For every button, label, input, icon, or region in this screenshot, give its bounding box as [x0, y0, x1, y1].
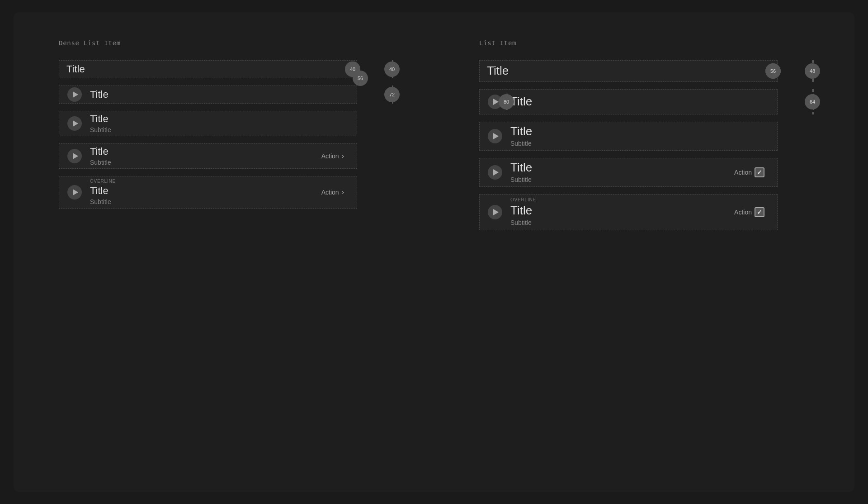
- normal-item-4: Title Subtitle Action: [479, 158, 809, 187]
- normal-item-2-icon-wrap: 80: [487, 94, 503, 110]
- dense-item-5-action-label: Action: [321, 189, 339, 196]
- height-badge: 72: [384, 87, 400, 102]
- dense-list-item-1[interactable]: Title56 40: [59, 60, 357, 78]
- dense-item-1-text: Title56 40: [66, 63, 349, 76]
- dense-item-2-text: Title: [90, 88, 349, 101]
- height-badge: 48: [805, 63, 820, 79]
- dense-item-5: Overline Title Subtitle Action ›: [59, 176, 389, 209]
- dense-item-3-icon-wrap: [66, 115, 83, 132]
- dense-item-4-subtitle: Subtitle: [90, 158, 321, 167]
- play-icon-3: [67, 149, 82, 163]
- normal-item-4-subtitle: Subtitle: [510, 176, 734, 185]
- dense-item-5-action[interactable]: Action ›: [321, 188, 344, 196]
- dense-item-3-text: Title Subtitle: [90, 113, 349, 134]
- dense-item-5-title: Title: [90, 185, 321, 198]
- checkbox-icon-2[interactable]: [755, 207, 764, 217]
- page-container: Dense List Item Title56 40 56 40 Title: [14, 12, 854, 492]
- play-icon-8: [488, 205, 502, 219]
- dense-item-3: Title Subtitle: [59, 111, 389, 136]
- normal-item-4-text: Title Subtitle: [510, 160, 734, 184]
- play-icon-4: [67, 185, 82, 200]
- normal-item-3-title: Title: [510, 124, 770, 139]
- dense-list-item-4[interactable]: Title Subtitle Action ›: [59, 143, 357, 169]
- normal-item-3: Title Subtitle: [479, 122, 809, 151]
- dense-item-2-title: Title: [90, 88, 349, 101]
- normal-item-4-title: Title: [510, 160, 734, 176]
- play-icon-2: [67, 116, 82, 131]
- normal-list-item-3[interactable]: Title Subtitle: [479, 122, 778, 151]
- normal-list-item-1[interactable]: Title64 56: [479, 60, 778, 82]
- normal-list-item-2[interactable]: 80 Title: [479, 89, 778, 114]
- play-icon: [67, 87, 82, 102]
- dense-column-label: Dense List Item: [59, 39, 389, 47]
- normal-item-3-subtitle: Subtitle: [510, 139, 770, 148]
- height-badge: 56: [765, 63, 781, 79]
- dense-item-2-icon-wrap: [66, 86, 83, 103]
- normal-item-4-action[interactable]: Action: [734, 167, 764, 177]
- normal-item-5-text: Overline Title Subtitle: [510, 197, 734, 227]
- dense-item-3-title: Title: [90, 113, 349, 126]
- dense-list-item-3[interactable]: Title Subtitle: [59, 111, 357, 136]
- dense-item-2: Title 72: [59, 86, 389, 104]
- normal-item-3-text: Title Subtitle: [510, 124, 770, 148]
- play-icon-6: [488, 129, 502, 143]
- dense-item-1-title: Title56: [66, 63, 349, 76]
- height-badge: 64: [805, 94, 820, 109]
- normal-item-2: 80 Title 64: [479, 89, 809, 114]
- normal-item-5: Overline Title Subtitle Action: [479, 194, 809, 230]
- dense-item-5-text: Overline Title Subtitle: [90, 178, 321, 206]
- dense-item-1: Title56 40 56 40: [59, 60, 389, 78]
- checkbox-icon[interactable]: [755, 167, 764, 177]
- dense-item-4-action[interactable]: Action ›: [321, 152, 344, 160]
- dense-item-5-overline: Overline: [90, 178, 321, 185]
- dense-list-item-5[interactable]: Overline Title Subtitle Action ›: [59, 176, 357, 209]
- height-badge: 80: [499, 94, 514, 109]
- normal-item-1: Title64 56 48: [479, 60, 809, 82]
- dense-item-5-icon-wrap: [66, 184, 83, 200]
- dense-list-item-2[interactable]: Title: [59, 86, 357, 104]
- height-badge: 56: [353, 71, 368, 86]
- normal-item-2-title: Title: [510, 94, 770, 109]
- normal-item-4-action-label: Action: [734, 169, 752, 176]
- normal-list-item-4[interactable]: Title Subtitle Action: [479, 158, 778, 187]
- normal-item-2-text: Title: [510, 94, 770, 109]
- height-badge: 40: [384, 62, 400, 77]
- normal-item-3-icon-wrap: [487, 128, 503, 144]
- normal-item-4-icon-wrap: [487, 164, 503, 181]
- play-icon-7: [488, 165, 502, 180]
- dense-item-3-subtitle: Subtitle: [90, 126, 349, 135]
- normal-column-label: List Item: [479, 39, 809, 47]
- normal-item-5-overline: Overline: [510, 197, 734, 203]
- dense-item-4-action-label: Action: [321, 152, 339, 160]
- dense-item-4-title: Title: [90, 145, 321, 158]
- chevron-right-icon: ›: [342, 152, 344, 160]
- normal-item-1-title: Title64: [487, 63, 770, 79]
- dense-column: Dense List Item Title56 40 56 40 Title: [59, 39, 389, 465]
- normal-item-5-subtitle: Subtitle: [510, 219, 734, 228]
- dense-item-4-text: Title Subtitle: [90, 145, 321, 167]
- dense-item-4-icon-wrap: [66, 148, 83, 164]
- normal-list-item-5[interactable]: Overline Title Subtitle Action: [479, 194, 778, 230]
- normal-item-5-action-label: Action: [734, 209, 752, 216]
- normal-item-1-text: Title64 56: [487, 63, 770, 79]
- chevron-right-icon-2: ›: [342, 188, 344, 196]
- dense-item-4: Title Subtitle Action ›: [59, 143, 389, 169]
- dense-item-5-subtitle: Subtitle: [90, 198, 321, 207]
- normal-item-5-title: Title: [510, 203, 734, 219]
- normal-item-5-action[interactable]: Action: [734, 207, 764, 217]
- normal-column: List Item Title64 56 48 80 Title 64: [479, 39, 809, 465]
- normal-item-5-icon-wrap: [487, 204, 503, 220]
